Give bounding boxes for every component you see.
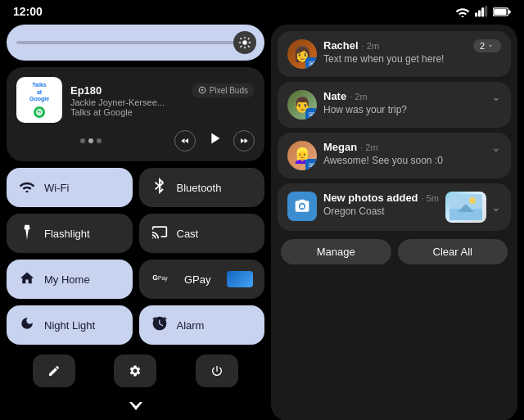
notif-right-photos: ⌄ [445, 192, 501, 223]
chevron-photos: ⌄ [491, 201, 501, 214]
forward-button[interactable] [233, 130, 255, 151]
notifications-panel: 👩 ✉ Rachel · 2m Text me when you get her… [271, 25, 517, 420]
nightlight-icon [18, 316, 36, 335]
album-text1: Talks [32, 82, 46, 88]
status-bar: 12:00 [0, 0, 524, 21]
notif-text-rachel: Text me when you get here! [323, 53, 467, 65]
power-button[interactable] [196, 355, 238, 387]
left-panel: Talks at Google Ep180 [7, 25, 264, 420]
qs-tile-myhome[interactable]: My Home [7, 260, 133, 299]
gpay-label: GPay [184, 273, 211, 286]
svg-rect-1 [475, 13, 477, 17]
notif-name-megan: Megan [323, 141, 357, 153]
flashlight-label: Flashlight [44, 228, 90, 240]
notif-text-photos: Oregon Coast [323, 205, 439, 217]
dot-3 [97, 138, 102, 143]
media-album: Talks at Google [16, 77, 62, 123]
pixel-buds-badge: Pixel Buds [192, 84, 255, 97]
gpay-card [227, 271, 253, 287]
msg-icon-nate: ✉ [305, 108, 317, 120]
notif-right-nate: ⌄ [491, 90, 501, 103]
home-icon [18, 270, 36, 289]
svg-text:Pay: Pay [158, 275, 168, 282]
quick-settings-grid: Wi-Fi Bluetooth Flashlight [7, 168, 264, 345]
photos-thumbnail [445, 192, 486, 223]
svg-point-8 [242, 40, 246, 44]
media-card: Talks at Google Ep180 [7, 67, 264, 161]
notification-rachel[interactable]: 👩 ✉ Rachel · 2m Text me when you get her… [278, 31, 511, 77]
svg-rect-7 [508, 10, 511, 13]
notif-header-megan: Megan · 2m [323, 141, 485, 153]
rewind-button[interactable] [174, 130, 196, 151]
status-time: 12:00 [13, 5, 43, 18]
alarm-label: Alarm [177, 319, 205, 332]
svg-rect-3 [481, 7, 484, 16]
settings-button[interactable] [114, 355, 156, 387]
svg-point-10 [201, 89, 204, 92]
bluetooth-icon [151, 178, 169, 198]
avatar-photos [287, 192, 317, 221]
qs-tile-bluetooth[interactable]: Bluetooth [139, 168, 265, 207]
notification-photos[interactable]: New photos added · 5m Oregon Coast ⌄ [278, 183, 511, 231]
notif-body-nate: Nate · 2m How was your trip? [323, 90, 485, 115]
notification-nate[interactable]: 👨 ✉ Nate · 2m How was your trip? ⌄ [278, 82, 511, 128]
signal-status-icon [475, 6, 488, 17]
notif-name-photos: New photos added [323, 192, 418, 204]
cast-label: Cast [177, 228, 199, 240]
qs-tile-gpay[interactable]: G Pay GPay [139, 260, 265, 299]
notif-text-megan: Awesome! See you soon :0 [323, 155, 485, 166]
notif-body-megan: Megan · 2m Awesome! See you soon :0 [323, 141, 485, 166]
wifi-icon [18, 179, 36, 196]
flashlight-icon [18, 224, 36, 244]
edit-button[interactable] [33, 355, 75, 387]
notification-megan[interactable]: 👱‍♀️ ✉ Megan · 2m Awesome! See you soon … [278, 133, 511, 178]
media-dots [16, 138, 165, 143]
qs-tile-flashlight[interactable]: Flashlight [7, 214, 133, 253]
play-button[interactable] [206, 129, 224, 151]
svg-point-14 [300, 205, 305, 209]
qs-tile-nightlight[interactable]: Night Light [7, 305, 133, 345]
notif-header-nate: Nate · 2m [323, 90, 485, 102]
notif-header-photos: New photos added · 5m [323, 192, 439, 204]
pixel-buds-label: Pixel Buds [210, 86, 248, 95]
svg-rect-2 [478, 10, 481, 16]
cast-icon [151, 224, 169, 243]
svg-rect-6 [494, 9, 506, 15]
main-content: Talks at Google Ep180 [0, 21, 524, 420]
myhome-label: My Home [44, 273, 90, 286]
brightness-track [16, 41, 255, 44]
brightness-slider[interactable] [7, 25, 264, 61]
battery-status-icon [493, 7, 511, 17]
notif-text-nate: How was your trip? [323, 104, 485, 115]
spotify-icon [34, 106, 45, 118]
media-artist: Jackie Joyner-Kersee... [70, 97, 255, 107]
notif-body-photos: New photos added · 5m Oregon Coast [323, 192, 439, 217]
media-top: Talks at Google Ep180 [16, 77, 255, 123]
qs-tile-alarm[interactable]: Alarm [139, 305, 265, 345]
media-episode: Ep180 [70, 84, 102, 97]
bluetooth-label: Bluetooth [177, 182, 222, 194]
chevron-megan: ⌄ [491, 141, 501, 154]
bottom-actions [7, 351, 264, 391]
album-text3: Google [29, 96, 49, 102]
manage-button[interactable]: Manage [281, 239, 391, 264]
chevron-nate: ⌄ [491, 90, 501, 103]
clear-all-button[interactable]: Clear All [398, 239, 508, 264]
notif-name-rachel: Rachel [323, 39, 359, 52]
avatar-nate: 👨 ✉ [287, 90, 317, 120]
svg-point-17 [469, 197, 476, 204]
notif-name-nate: Nate [323, 90, 346, 102]
chevron-down[interactable] [7, 397, 264, 420]
notif-time-photos: · 5m [422, 193, 439, 203]
notif-time-megan: · 2m [360, 142, 377, 152]
qs-tile-cast[interactable]: Cast [139, 214, 265, 253]
badge-count-rachel: 2 [473, 39, 501, 52]
notif-right-rachel: 2 [473, 39, 501, 52]
svg-text:G: G [152, 273, 158, 282]
notif-actions: Manage Clear All [278, 236, 511, 264]
wifi-status-icon [455, 6, 470, 17]
msg-icon-megan: ✉ [305, 159, 317, 170]
notif-right-megan: ⌄ [491, 141, 501, 154]
qs-tile-wifi[interactable]: Wi-Fi [7, 168, 133, 207]
msg-icon-rachel: ✉ [305, 57, 317, 69]
